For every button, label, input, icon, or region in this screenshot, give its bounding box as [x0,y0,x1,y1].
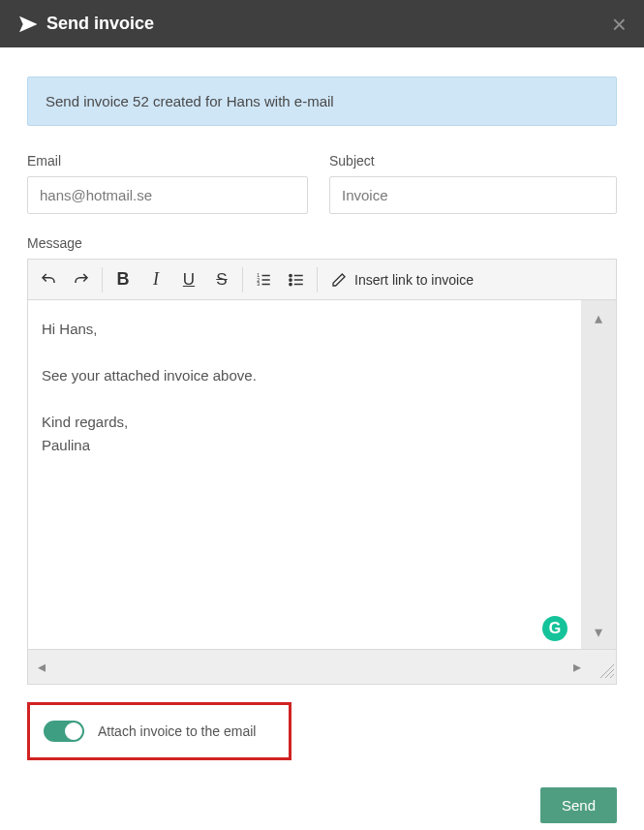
email-input[interactable] [27,176,308,214]
insert-link-label: Insert link to invoice [354,272,474,288]
svg-point-10 [290,278,291,280]
subject-input[interactable] [329,176,617,214]
message-label: Message [27,235,617,251]
attach-invoice-toggle[interactable] [44,721,84,742]
send-button[interactable]: Send [540,787,617,823]
send-icon [19,15,37,33]
modal-title: Send invoice [46,14,154,34]
info-banner: Send invoice 52 created for Hans with e-… [27,77,617,126]
toolbar-separator [242,267,243,292]
subject-label: Subject [329,153,617,169]
svg-point-9 [290,274,291,276]
vertical-scrollbar[interactable]: ▴ ▾ [581,300,616,649]
scroll-left-button[interactable]: ◂ [38,658,46,676]
unordered-list-button[interactable] [280,263,313,296]
form-row: Email Subject [27,153,617,214]
toggle-knob [65,722,82,740]
editor: B I U S 123 Insert link to invoice Hi Ha… [27,259,617,685]
svg-line-14 [610,674,614,678]
undo-button[interactable] [32,263,65,296]
close-button[interactable]: × [612,12,627,37]
italic-button[interactable]: I [139,263,172,296]
bold-button[interactable]: B [107,263,139,296]
modal-footer: Send [0,787,644,830]
editor-toolbar: B I U S 123 Insert link to invoice [28,260,616,300]
redo-button[interactable] [65,263,98,296]
attach-invoice-label: Attach invoice to the email [98,723,256,739]
toolbar-separator [102,267,103,292]
pen-icon [331,272,347,288]
insert-link-button[interactable]: Insert link to invoice [322,263,483,296]
svg-line-13 [605,669,614,678]
horizontal-scrollbar[interactable]: ◂ ▸ [28,649,616,684]
ordered-list-button[interactable]: 123 [247,263,280,296]
attach-invoice-row: Attach invoice to the email [27,702,291,760]
strikethrough-button[interactable]: S [205,263,238,296]
resize-grip-icon[interactable] [597,661,614,682]
underline-button[interactable]: U [172,263,205,296]
message-textarea[interactable]: Hi Hans, See your attached invoice above… [28,300,581,649]
modal-header: Send invoice × [0,0,644,47]
scroll-up-button[interactable]: ▴ [581,300,616,335]
svg-text:3: 3 [257,281,260,287]
svg-point-11 [290,283,291,285]
scroll-down-button[interactable]: ▾ [581,614,616,649]
email-label: Email [27,153,308,169]
grammarly-icon[interactable]: G [542,616,567,641]
scroll-right-button[interactable]: ▸ [573,658,581,676]
toolbar-separator [317,267,318,292]
modal-body: Send invoice 52 created for Hans with e-… [0,47,644,780]
